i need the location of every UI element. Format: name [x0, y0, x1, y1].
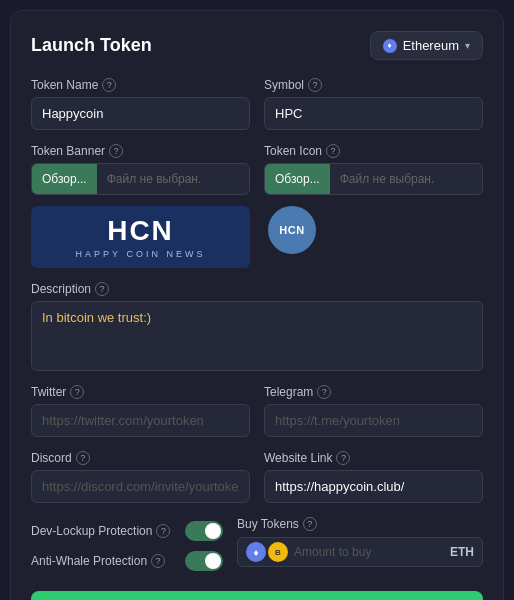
telegram-help-icon[interactable]: ?	[317, 385, 331, 399]
token-name-label: Token Name ?	[31, 78, 250, 92]
token-icon-group: Token Icon ? Обзор... Файл не выбран. HC…	[264, 144, 483, 268]
name-symbol-row: Token Name ? Symbol ?	[31, 78, 483, 130]
toggle-section: Dev-Lockup Protection ? Anti-Whale Prote…	[31, 517, 223, 571]
buy-amount-input[interactable]	[294, 545, 444, 559]
banner-sub-text: HAPPY COIN NEWS	[76, 249, 206, 259]
icon-preview: HCN	[264, 206, 483, 254]
discord-input[interactable]	[31, 470, 250, 503]
twitter-input[interactable]	[31, 404, 250, 437]
anti-whale-row: Anti-Whale Protection ?	[31, 551, 223, 571]
icon-file-label: Файл не выбран.	[330, 164, 482, 194]
icon-file-input: Обзор... Файл не выбран.	[264, 163, 483, 195]
token-icon-help-icon[interactable]: ?	[326, 144, 340, 158]
description-group: Description ? In bitcoin we trust:)	[31, 282, 483, 371]
token-banner-label: Token Banner ?	[31, 144, 250, 158]
buy-tokens-help-icon[interactable]: ?	[303, 517, 317, 531]
website-input[interactable]	[264, 470, 483, 503]
dev-lockup-row: Dev-Lockup Protection ?	[31, 521, 223, 541]
discord-label: Discord ?	[31, 451, 250, 465]
anti-whale-label: Anti-Whale Protection ?	[31, 554, 177, 568]
token-banner-group: Token Banner ? Обзор... Файл не выбран. …	[31, 144, 250, 268]
connect-wallet-button[interactable]: Connect Wallet	[31, 591, 483, 600]
chevron-down-icon: ▾	[465, 40, 470, 51]
network-label: Ethereum	[403, 38, 459, 53]
discord-group: Discord ?	[31, 451, 250, 503]
website-help-icon[interactable]: ?	[336, 451, 350, 465]
dev-lockup-help-icon[interactable]: ?	[156, 524, 170, 538]
page-title: Launch Token	[31, 35, 152, 56]
telegram-label: Telegram ?	[264, 385, 483, 399]
website-label: Website Link ?	[264, 451, 483, 465]
banner-content: HCN HAPPY COIN NEWS	[76, 215, 206, 259]
description-textarea[interactable]: In bitcoin we trust:)	[31, 301, 483, 371]
twitter-group: Twitter ?	[31, 385, 250, 437]
network-selector[interactable]: Ethereum ▾	[370, 31, 483, 60]
banner-preview: HCN HAPPY COIN NEWS	[31, 206, 250, 268]
token-banner-help-icon[interactable]: ?	[109, 144, 123, 158]
description-help-icon[interactable]: ?	[95, 282, 109, 296]
banner-file-label: Файл не выбран.	[97, 164, 249, 194]
telegram-group: Telegram ?	[264, 385, 483, 437]
token-icon-circle: HCN	[268, 206, 316, 254]
anti-whale-help-icon[interactable]: ?	[151, 554, 165, 568]
form-header: Launch Token Ethereum ▾	[31, 31, 483, 60]
icon-browse-button[interactable]: Обзор...	[265, 164, 330, 194]
eth-coin-icon: ♦	[246, 542, 266, 562]
banner-hcn-text: HCN	[107, 215, 174, 247]
discord-website-row: Discord ? Website Link ?	[31, 451, 483, 503]
coin-icons: ♦ B	[246, 542, 288, 562]
token-name-help-icon[interactable]: ?	[102, 78, 116, 92]
discord-help-icon[interactable]: ?	[76, 451, 90, 465]
banner-icon-row: Token Banner ? Обзор... Файл не выбран. …	[31, 144, 483, 268]
token-icon-label: Token Icon ?	[264, 144, 483, 158]
twitter-help-icon[interactable]: ?	[70, 385, 84, 399]
twitter-telegram-row: Twitter ? Telegram ?	[31, 385, 483, 437]
toggles-buy-section: Dev-Lockup Protection ? Anti-Whale Prote…	[31, 517, 483, 571]
dev-lockup-label: Dev-Lockup Protection ?	[31, 524, 177, 538]
symbol-input[interactable]	[264, 97, 483, 130]
banner-file-input: Обзор... Файл не выбран.	[31, 163, 250, 195]
buy-tokens-section: Buy Tokens ? ♦ B ETH	[237, 517, 483, 571]
description-label: Description ?	[31, 282, 483, 296]
banner-browse-button[interactable]: Обзор...	[32, 164, 97, 194]
token-name-input[interactable]	[31, 97, 250, 130]
launch-token-form: Launch Token Ethereum ▾ Token Name ? Sym…	[10, 10, 504, 600]
eth-icon	[383, 39, 397, 53]
twitter-label: Twitter ?	[31, 385, 250, 399]
dev-lockup-toggle[interactable]	[185, 521, 223, 541]
bnb-coin-icon: B	[268, 542, 288, 562]
buy-input-row: ♦ B ETH	[237, 537, 483, 567]
token-name-group: Token Name ?	[31, 78, 250, 130]
symbol-label: Symbol ?	[264, 78, 483, 92]
symbol-group: Symbol ?	[264, 78, 483, 130]
website-group: Website Link ?	[264, 451, 483, 503]
symbol-help-icon[interactable]: ?	[308, 78, 322, 92]
buy-tokens-label: Buy Tokens ?	[237, 517, 483, 531]
anti-whale-toggle[interactable]	[185, 551, 223, 571]
eth-currency-label: ETH	[450, 545, 474, 559]
telegram-input[interactable]	[264, 404, 483, 437]
